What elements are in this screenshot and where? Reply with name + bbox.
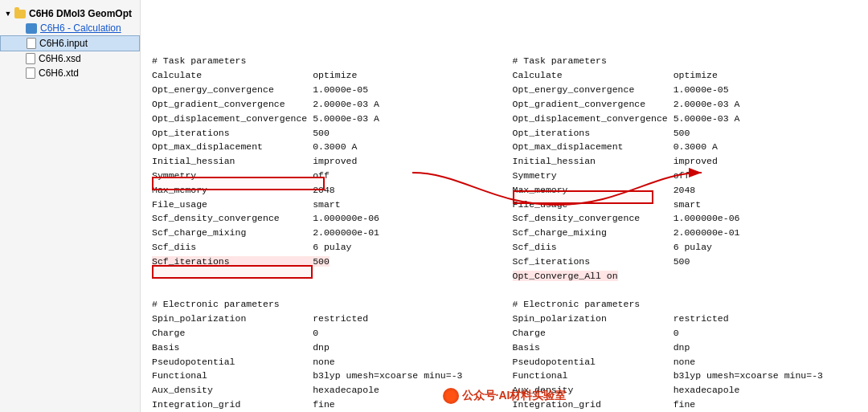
sidebar-item-label: C6H6 DMol3 GeomOpt: [29, 8, 132, 19]
left-text-panel: # Task parameters Calculate optimize Opt…: [152, 8, 497, 404]
sidebar-item-root[interactable]: ▼ C6H6 DMol3 GeomOpt: [0, 6, 140, 21]
xtd-label[interactable]: C6H6.xtd: [39, 67, 79, 79]
expand-icon-input: [15, 39, 25, 48]
calc-label[interactable]: C6H6 - Calculation: [40, 22, 121, 34]
sidebar-item-xsd[interactable]: C6H6.xsd: [0, 51, 140, 66]
input-file-icon: [27, 38, 36, 49]
xsd-file-icon: [26, 53, 35, 64]
calc-icon: [26, 23, 37, 34]
folder-icon: [14, 10, 26, 18]
watermark: 公众号·AI材料实验室: [443, 388, 567, 404]
main-content: # Task parameters Calculate optimize Opt…: [141, 0, 868, 412]
expand-icon-xsd: [14, 54, 24, 63]
xsd-label[interactable]: C6H6.xsd: [39, 53, 81, 64]
sidebar-item-calc[interactable]: C6H6 - Calculation: [0, 21, 140, 35]
expand-icon-calc: [14, 23, 24, 33]
right-content: # Task parameters Calculate optimize Opt…: [513, 40, 858, 412]
right-text-panel: # Task parameters Calculate optimize Opt…: [513, 8, 858, 404]
xtd-file-icon: [26, 67, 35, 79]
watermark-text: 公众号·AI材料实验室: [462, 389, 567, 403]
expand-icon: ▼: [3, 9, 13, 18]
expand-icon-xtd: [14, 68, 24, 78]
sidebar: ▼ C6H6 DMol3 GeomOpt C6H6 - Calculation …: [0, 0, 141, 412]
left-content: # Task parameters Calculate optimize Opt…: [152, 40, 497, 412]
sidebar-item-input[interactable]: C6H6.input: [0, 35, 140, 51]
input-label[interactable]: C6H6.input: [39, 38, 88, 49]
watermark-circle: [443, 388, 459, 404]
sidebar-item-xtd[interactable]: C6H6.xtd: [0, 66, 140, 80]
